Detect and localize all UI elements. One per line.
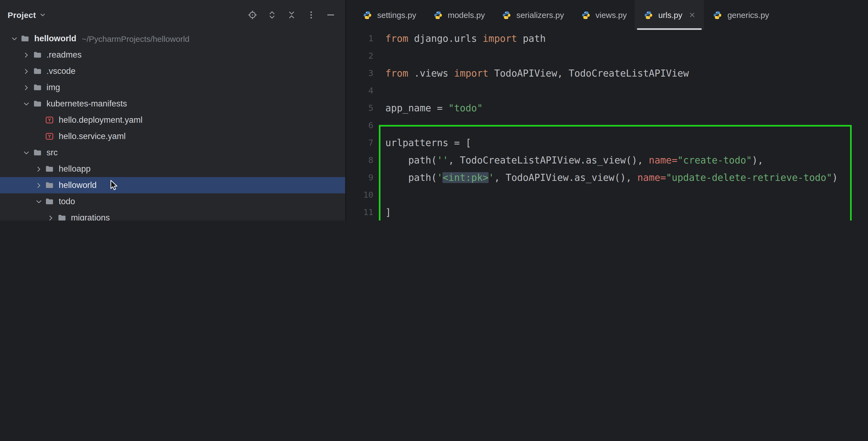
code-text: ] <box>385 204 391 220</box>
tree-item-hello-service-yaml[interactable]: Yhello.service.yaml <box>0 128 345 144</box>
editor-tab-generics-py[interactable]: generics.py <box>704 0 777 30</box>
tree-item-label: helloworld <box>34 34 76 43</box>
code-line-11[interactable]: 11] <box>346 204 868 220</box>
tree-item-hello-deployment-yaml[interactable]: Yhello.deployment.yaml <box>0 112 345 128</box>
project-panel-title[interactable]: Project <box>8 10 36 20</box>
editor-pane: settings.pymodels.pyserializers.pyviews.… <box>346 0 868 220</box>
code-text: path('<int:pk>', TodoAPIView.as_view(), … <box>385 169 838 186</box>
tree-item-helloapp[interactable]: helloapp <box>0 161 345 177</box>
code-text: from .views import TodoAPIView, TodoCrea… <box>385 65 689 82</box>
tree-item-label: hello.service.yaml <box>59 131 126 141</box>
project-panel-header: Project <box>0 0 345 30</box>
line-number: 3 <box>346 65 373 82</box>
code-line-8[interactable]: 8 path('', TodoCreateListAPIView.as_view… <box>346 151 868 169</box>
code-line-1[interactable]: 1from django.urls import path <box>346 30 868 47</box>
tab-label: serializers.py <box>516 10 564 20</box>
folder-icon <box>44 165 55 173</box>
editor-tabs: settings.pymodels.pyserializers.pyviews.… <box>346 0 868 30</box>
close-icon[interactable] <box>689 11 696 19</box>
code-line-3[interactable]: 3from .views import TodoAPIView, TodoCre… <box>346 65 868 82</box>
folder-icon <box>44 181 55 190</box>
code-line-5[interactable]: 5app_name = "todo" <box>346 99 868 117</box>
editor-tab-models-py[interactable]: models.py <box>424 0 493 30</box>
tree-item-label: hello.deployment.yaml <box>59 115 143 125</box>
code-line-7[interactable]: 7urlpatterns = [ <box>346 134 868 151</box>
chevron-right-icon[interactable] <box>33 181 44 189</box>
tree-item-src[interactable]: src <box>0 144 345 161</box>
tree-item-label: src <box>46 148 58 158</box>
collapse-all-icon[interactable] <box>287 10 296 20</box>
tree-item-vscode[interactable]: .vscode <box>0 63 345 79</box>
folder-icon <box>44 197 55 206</box>
chevron-down-icon[interactable] <box>33 197 44 206</box>
line-number: 7 <box>346 134 373 151</box>
tab-label: urls.py <box>658 10 682 20</box>
svg-text:Y: Y <box>48 117 51 123</box>
tab-label: views.py <box>595 10 627 20</box>
code-line-6[interactable]: 6 <box>346 117 868 134</box>
locate-target-icon[interactable] <box>248 10 257 20</box>
chevron-down-icon[interactable] <box>39 11 46 19</box>
svg-text:Y: Y <box>48 134 51 139</box>
code-line-2[interactable]: 2 <box>346 47 868 65</box>
chevron-right-icon[interactable] <box>33 165 44 173</box>
folder-icon <box>56 213 67 220</box>
tree-item-img[interactable]: img <box>0 79 345 96</box>
chevron-down-icon[interactable] <box>21 100 32 108</box>
code-text: path('', TodoCreateListAPIView.as_view()… <box>385 151 763 169</box>
line-number: 10 <box>346 186 373 204</box>
ide-window: Project helloworld~/PycharmProjects/hell… <box>0 0 868 220</box>
expand-all-icon[interactable] <box>268 10 277 20</box>
tree-item-label: migrations <box>71 213 110 220</box>
chevron-right-icon[interactable] <box>45 214 56 220</box>
python-icon <box>712 10 723 19</box>
line-number: 5 <box>346 99 373 117</box>
tree-item-label: helloworld <box>59 180 97 190</box>
tree-item-migrations[interactable]: migrations <box>0 210 345 220</box>
hide-panel-icon[interactable] <box>326 10 335 20</box>
line-number: 11 <box>346 204 373 220</box>
code-line-4[interactable]: 4 <box>346 82 868 99</box>
tree-item-helloworld[interactable]: helloworld~/PycharmProjects/helloworld <box>0 30 345 47</box>
editor-tab-views-py[interactable]: views.py <box>572 0 635 30</box>
line-number: 6 <box>346 117 373 134</box>
folder-icon <box>32 50 43 59</box>
yaml-icon: Y <box>44 116 55 124</box>
code-editor[interactable]: 1from django.urls import path23from .vie… <box>346 30 868 220</box>
line-number: 2 <box>346 47 373 65</box>
code-line-9[interactable]: 9 path('<int:pk>', TodoAPIView.as_view()… <box>346 169 868 186</box>
tree-item-kubernetes-manifests[interactable]: kubernetes-manifests <box>0 96 345 112</box>
python-icon <box>580 10 591 19</box>
chevron-right-icon[interactable] <box>21 51 32 59</box>
tree-item-label: img <box>46 82 60 92</box>
folder-icon <box>32 148 43 157</box>
project-tree: helloworld~/PycharmProjects/helloworld.r… <box>0 30 345 220</box>
tree-item-todo[interactable]: todo <box>0 193 345 210</box>
code-line-10[interactable]: 10 <box>346 186 868 204</box>
editor-tab-settings-py[interactable]: settings.py <box>354 0 424 30</box>
tree-item-helloworld[interactable]: helloworld <box>0 177 345 193</box>
folder-icon <box>32 99 43 108</box>
editor-tab-urls-py[interactable]: urls.py <box>635 0 704 30</box>
tree-item-label: .readmes <box>46 50 82 60</box>
yaml-icon: Y <box>44 132 55 141</box>
tree-item-label: helloapp <box>59 164 91 174</box>
python-icon <box>643 10 654 19</box>
python-icon <box>501 10 512 19</box>
line-number: 1 <box>346 30 373 47</box>
line-number: 8 <box>346 151 373 169</box>
chevron-down-icon[interactable] <box>9 34 20 43</box>
tree-item-label: kubernetes-manifests <box>46 99 127 109</box>
folder-icon <box>32 67 43 75</box>
editor-tab-serializers-py[interactable]: serializers.py <box>493 0 572 30</box>
project-tool-window: Project helloworld~/PycharmProjects/hell… <box>0 0 345 220</box>
chevron-down-icon[interactable] <box>21 148 32 157</box>
code-text: urlpatterns = [ <box>385 134 471 151</box>
chevron-right-icon[interactable] <box>21 67 32 75</box>
tab-label: settings.py <box>377 10 416 20</box>
line-number: 4 <box>346 82 373 99</box>
tree-item-readmes[interactable]: .readmes <box>0 47 345 63</box>
more-options-icon[interactable] <box>307 10 316 20</box>
folder-icon <box>32 83 43 92</box>
chevron-right-icon[interactable] <box>21 83 32 92</box>
